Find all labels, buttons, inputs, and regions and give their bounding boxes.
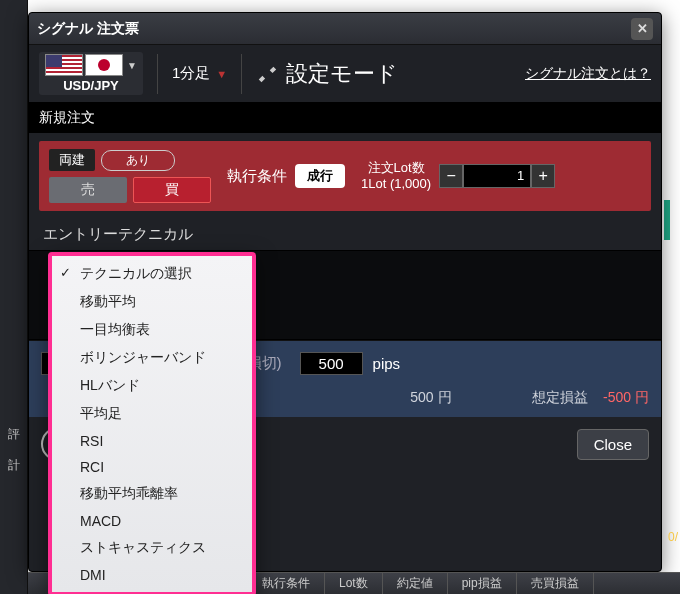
chevron-down-icon: ▼	[127, 60, 137, 71]
flag-jp-icon	[85, 54, 123, 76]
close-icon[interactable]: ✕	[631, 18, 653, 40]
dropdown-item[interactable]: 一目均衡表	[52, 316, 252, 344]
dropdown-item[interactable]: テクニカルの選択	[52, 260, 252, 288]
gutter-label: 評	[8, 426, 20, 443]
dropdown-item[interactable]: 平均足	[52, 400, 252, 428]
buy-button[interactable]: 買	[133, 177, 211, 203]
titlebar: シグナル 注文票 ✕	[29, 13, 661, 45]
dropdown-item[interactable]: RSI	[52, 428, 252, 454]
dropdown-item[interactable]: HLバンド	[52, 372, 252, 400]
lot-stepper: − 1 +	[439, 164, 555, 188]
tab-new-order[interactable]: 新規注文	[39, 109, 95, 127]
hedge-label: 両建	[49, 149, 95, 171]
dropdown-item[interactable]: ストキャスティクス	[52, 534, 252, 562]
lot-label: 注文Lot数	[368, 160, 425, 176]
dropdown-item[interactable]: DMI	[52, 562, 252, 588]
lot-increment[interactable]: +	[531, 164, 555, 188]
mode-label: 設定モード	[286, 59, 398, 89]
pips-unit-2: pips	[373, 355, 401, 372]
dropdown-item[interactable]: 移動平均乖離率	[52, 480, 252, 508]
pair-name: USD/JPY	[63, 78, 119, 93]
gutter-label: 計	[8, 457, 20, 474]
tab-bar: 新規注文	[29, 103, 661, 133]
lot-sublabel: 1Lot (1,000)	[361, 176, 431, 192]
top-row: ▼ USD/JPY 1分足 ▼ 設定モード シグナル注文とは？	[29, 45, 661, 103]
technical-select-dropdown[interactable]: テクニカルの選択移動平均一目均衡表ボリンジャーバンドHLバンド平均足RSIRCI…	[48, 252, 256, 594]
dropdown-item[interactable]: MACD	[52, 508, 252, 534]
currency-pair-selector[interactable]: ▼ USD/JPY	[39, 52, 143, 95]
corner-fraction: 0/	[668, 530, 678, 544]
exec-value[interactable]: 成行	[295, 164, 345, 188]
pips-value-2[interactable]: 500	[300, 352, 363, 375]
mode-indicator: 設定モード	[256, 59, 398, 89]
assumed-loss-label: 想定損益	[532, 389, 588, 405]
entry-technical-heading: エントリーテクニカル	[29, 219, 661, 250]
column-header: pip損益	[448, 573, 517, 594]
column-header: Lot数	[325, 573, 383, 594]
hedge-value[interactable]: あり	[101, 150, 175, 171]
help-link[interactable]: シグナル注文とは？	[525, 65, 651, 83]
column-header: 執行条件	[248, 573, 325, 594]
timeframe-selector[interactable]: 1分足 ▼	[172, 64, 227, 83]
column-header: 約定値	[383, 573, 448, 594]
close-button[interactable]: Close	[577, 429, 649, 460]
dropdown-item[interactable]: 移動平均	[52, 288, 252, 316]
panel-title: シグナル 注文票	[37, 20, 631, 38]
timeframe-label: 1分足	[172, 64, 210, 83]
wrench-icon	[256, 63, 278, 85]
assumed-loss-value: -500 円	[603, 389, 649, 405]
dropdown-item[interactable]: ボリンジャーバンド	[52, 344, 252, 372]
sell-button[interactable]: 売	[49, 177, 127, 203]
column-header: 売買損益	[517, 573, 594, 594]
lot-decrement[interactable]: −	[439, 164, 463, 188]
exec-label: 執行条件	[227, 167, 287, 186]
lot-value[interactable]: 1	[463, 164, 531, 188]
dropdown-item[interactable]: RCI	[52, 454, 252, 480]
flag-us-icon	[45, 54, 83, 76]
yen-left: 500 円	[410, 389, 451, 407]
left-gutter: 評 計	[0, 0, 28, 594]
order-config: 両建 あり 売 買 執行条件 成行 注文Lot数 1Lot (1,000) − …	[39, 141, 651, 211]
chevron-down-icon: ▼	[216, 68, 227, 80]
